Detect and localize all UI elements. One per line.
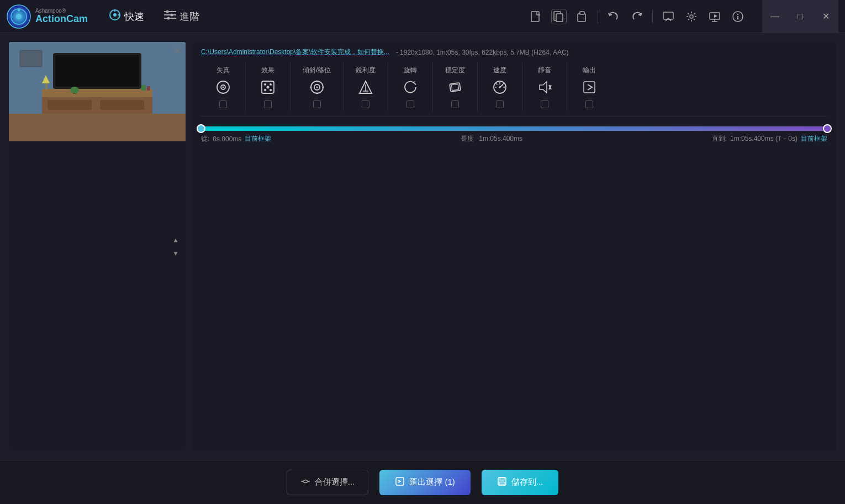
chat-icon[interactable]	[661, 9, 676, 24]
stabilize-icon	[445, 77, 465, 97]
maximize-button[interactable]: □	[788, 0, 813, 33]
close-panel-button[interactable]: ✕	[174, 45, 181, 56]
svg-point-48	[270, 83, 272, 86]
save-label: 儲存到...	[511, 477, 543, 487]
svg-point-67	[499, 86, 501, 88]
tool-effects-checkbox[interactable]	[264, 100, 272, 108]
undo-icon[interactable]	[606, 9, 621, 24]
svg-point-56	[316, 93, 318, 94]
svg-point-50	[270, 89, 272, 91]
tool-stabilize-checkbox[interactable]	[451, 100, 459, 108]
titlebar: Ashampoo® ActionCam 快速 進階	[0, 0, 845, 33]
merge-icon	[300, 476, 310, 488]
tool-output-label: 輸出	[583, 66, 596, 75]
room-scene-svg	[9, 42, 186, 141]
to-current-frame-link[interactable]: 目前框架	[801, 134, 827, 144]
save-button[interactable]: 儲存到...	[482, 470, 559, 495]
tool-rotate[interactable]: 旋轉	[388, 62, 433, 112]
tool-distort-checkbox[interactable]	[219, 100, 227, 108]
scroll-up-button[interactable]: ▲	[169, 235, 182, 246]
distort-icon	[213, 77, 233, 97]
settings-icon[interactable]	[684, 9, 699, 24]
tool-stabilize[interactable]: 穩定度	[433, 62, 478, 112]
tool-sharpen-checkbox[interactable]	[362, 100, 369, 108]
save-icon	[497, 476, 507, 488]
mute-icon	[535, 77, 554, 97]
minimize-icon: —	[770, 12, 779, 22]
svg-point-11	[167, 17, 170, 20]
tool-stabilize-label: 穩定度	[445, 66, 465, 75]
rotate-icon	[400, 77, 420, 97]
close-button[interactable]: ✕	[813, 0, 838, 33]
toolbar-separator-2	[652, 10, 653, 23]
length-label: 長度	[461, 135, 474, 142]
tool-output-checkbox[interactable]	[585, 100, 593, 108]
app-name: Ashampoo® ActionCam	[35, 8, 88, 25]
minimize-button[interactable]: —	[762, 0, 788, 33]
export-label: 匯出選擇 (1)	[409, 477, 455, 487]
tool-speed-checkbox[interactable]	[496, 100, 504, 108]
redo-icon[interactable]	[629, 9, 645, 24]
bottom-bar: 合併選擇... 匯出選擇 (1) 儲存到...	[0, 460, 845, 504]
copy-icon[interactable]	[551, 9, 567, 24]
scroll-down-button[interactable]: ▼	[169, 248, 182, 259]
tool-mute[interactable]: 靜音	[522, 62, 567, 112]
tools-row: 失真 效果	[201, 62, 827, 116]
new-file-icon[interactable]	[528, 9, 543, 24]
merge-label: 合併選擇...	[315, 477, 355, 487]
quick-nav-icon	[109, 9, 121, 24]
app-name-label: ActionCam	[35, 14, 88, 25]
export-button[interactable]: 匯出選擇 (1)	[379, 470, 471, 495]
output-icon	[579, 77, 599, 97]
window-controls: — □ ✕	[762, 0, 838, 33]
timeline-handle-right[interactable]	[823, 124, 832, 133]
svg-point-45	[223, 87, 224, 88]
tool-rotate-checkbox[interactable]	[406, 100, 414, 108]
timeline-progress	[201, 126, 827, 131]
svg-rect-16	[580, 12, 584, 14]
svg-point-51	[267, 86, 270, 89]
timeline-handle-left[interactable]	[197, 124, 205, 133]
sharpen-icon	[356, 77, 376, 97]
svg-line-68	[496, 83, 498, 85]
tilt-icon	[307, 77, 327, 97]
svg-point-58	[322, 87, 324, 88]
svg-point-54	[316, 87, 318, 88]
main-area: ✕	[0, 33, 845, 460]
file-path-bar: C:\Users\Administrator\Desktop\备案\软件安装完成…	[201, 47, 827, 57]
nav-advanced[interactable]: 進階	[154, 7, 209, 26]
tool-output[interactable]: 輸出	[567, 62, 611, 112]
timeline-length: 長度 1m:05s.400ms	[461, 134, 522, 144]
display-icon[interactable]	[707, 9, 722, 24]
timeline-from: 從: 0s.000ms 目前框架	[201, 134, 271, 144]
file-path-link[interactable]: C:\Users\Administrator\Desktop\备案\软件安装完成…	[201, 47, 389, 57]
svg-rect-62	[450, 83, 461, 92]
tool-tilt[interactable]: 傾斜/移位	[291, 62, 344, 112]
tool-effects[interactable]: 效果	[246, 62, 291, 112]
tool-rotate-label: 旋轉	[404, 66, 417, 75]
video-thumbnail	[9, 42, 186, 141]
timeline-slider[interactable]	[201, 126, 827, 131]
svg-point-57	[310, 87, 311, 88]
tool-speed[interactable]: 速度	[478, 62, 522, 112]
tool-mute-checkbox[interactable]	[541, 100, 548, 108]
tool-distort[interactable]: 失真	[201, 62, 246, 112]
right-panel: C:\Users\Administrator\Desktop\备案\软件安装完成…	[192, 42, 836, 451]
tool-effects-label: 效果	[261, 66, 274, 75]
nav-quick[interactable]: 快速	[99, 6, 154, 27]
merge-button[interactable]: 合併選擇...	[287, 470, 369, 495]
svg-point-49	[264, 89, 266, 91]
tool-sharpen[interactable]: 銳利度	[344, 62, 388, 112]
effects-icon	[258, 77, 278, 97]
to-label: 直到:	[712, 134, 727, 144]
tool-tilt-checkbox[interactable]	[313, 100, 321, 108]
from-current-frame-link[interactable]: 目前框架	[245, 134, 271, 144]
length-value: 1m:05s.400ms	[479, 135, 522, 142]
svg-point-47	[264, 83, 266, 86]
left-panel: ✕	[9, 42, 186, 451]
svg-rect-80	[500, 478, 504, 480]
info-icon[interactable]	[730, 9, 746, 24]
svg-rect-12	[531, 12, 539, 22]
paste-icon[interactable]	[574, 9, 590, 24]
file-meta-info: - 1920x1080, 1m:05s, 30fps, 622kbps, 5.7…	[396, 49, 569, 56]
